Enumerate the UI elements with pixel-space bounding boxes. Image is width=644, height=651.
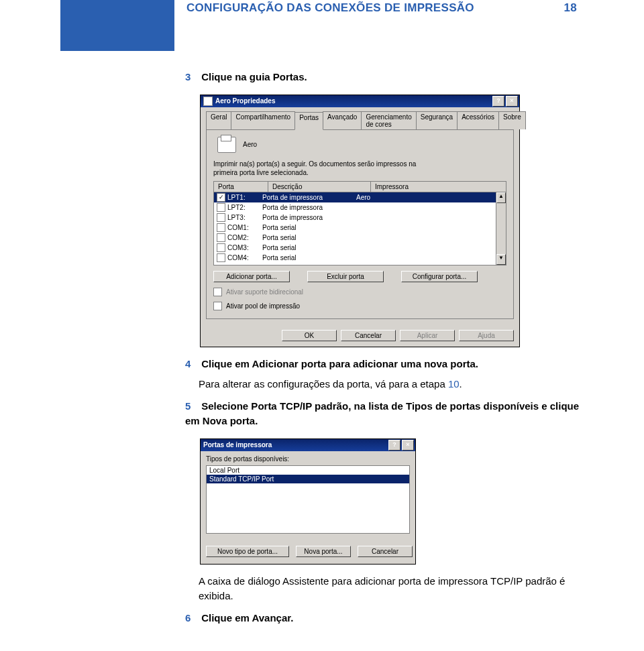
- port-checkbox[interactable]: [217, 223, 225, 232]
- port-checkbox[interactable]: ✓: [217, 193, 225, 202]
- configure-port-button[interactable]: Configurar porta...: [401, 271, 478, 282]
- scroll-down-icon[interactable]: ▼: [496, 254, 506, 265]
- tab-geral[interactable]: Geral: [206, 111, 231, 129]
- pool-option[interactable]: Ativar pool de impressão: [213, 302, 506, 310]
- list-item[interactable]: Local Port: [207, 466, 409, 475]
- help-titlebar-button[interactable]: ?: [492, 96, 504, 107]
- bidi-option: Ativar suporte bidirecional: [213, 288, 506, 296]
- printer-icon: [217, 137, 236, 153]
- page-header: CONFIGURAÇÃO DAS CONEXÕES DE IMPRESSÃO 1…: [60, 0, 584, 51]
- step-6: 6 Clique em Avançar.: [185, 611, 584, 626]
- step-3: 3 Clique na guia Portas.: [185, 70, 584, 85]
- dialog-footer: OK Cancelar Aplicar Ajuda: [201, 324, 519, 347]
- pool-checkbox[interactable]: [213, 302, 222, 310]
- col-header-descricao[interactable]: Descrição: [268, 182, 371, 192]
- tab-sobre[interactable]: Sobre: [498, 111, 526, 129]
- ports-table-body: ✓LPT1: Porta de impressora Aero LPT2: Po…: [214, 192, 506, 265]
- header-accent-box: [60, 0, 174, 51]
- printer-ports-dialog: Portas de impressora ? × Tipos de portas…: [200, 438, 416, 565]
- ports-dialog-title: Portas de impressora: [203, 441, 272, 449]
- list-item[interactable]: Standard TCP/IP Port: [207, 475, 409, 483]
- step-5-number: 5: [185, 399, 199, 414]
- new-port-button[interactable]: Nova porta...: [296, 546, 351, 557]
- add-port-button[interactable]: Adicionar porta...: [213, 271, 290, 282]
- table-row[interactable]: LPT2: Porta de impressora: [214, 202, 506, 213]
- port-checkbox[interactable]: [217, 213, 225, 222]
- ports-dialog-footer: Novo tipo de porta... Nova porta... Canc…: [201, 539, 415, 564]
- tab-panel-portas: Aero Imprimir na(s) porta(s) a seguir. O…: [206, 130, 514, 319]
- port-checkbox[interactable]: [217, 203, 225, 212]
- table-row[interactable]: COM4: Porta serial: [214, 253, 506, 263]
- apply-button[interactable]: Aplicar: [400, 330, 455, 341]
- port-types-label: Tipos de portas disponíveis:: [206, 455, 410, 463]
- help-titlebar-button[interactable]: ?: [388, 440, 400, 451]
- tab-gerenciamento-cores[interactable]: Gerenciamento de cores: [361, 111, 416, 129]
- port-types-list[interactable]: Local Port Standard TCP/IP Port: [206, 465, 410, 534]
- ports-cancel-button[interactable]: Cancelar: [358, 546, 413, 557]
- header-title-text: CONFIGURAÇÃO DAS CONEXÕES DE IMPRESSÃO: [186, 1, 474, 15]
- tab-compartilhamento[interactable]: Compartilhamento: [231, 111, 295, 129]
- table-row[interactable]: ✓LPT1: Porta de impressora Aero: [214, 192, 506, 202]
- step-5: 5 Selecione Porta TCP/IP padrão, na list…: [185, 399, 584, 429]
- ports-dialog-titlebar[interactable]: Portas de impressora ? ×: [201, 439, 415, 451]
- step-3-text: Clique na guia Portas.: [201, 71, 307, 82]
- scroll-up-icon[interactable]: ▲: [496, 192, 506, 203]
- step-4-text: Clique em Adicionar porta para adicionar…: [201, 358, 478, 369]
- dialog-titlebar[interactable]: Aero Propriedades ? ×: [201, 95, 519, 107]
- printer-properties-dialog: Aero Propriedades ? × Geral Compartilham…: [200, 95, 520, 347]
- col-header-porta[interactable]: Porta: [214, 182, 268, 192]
- ports-table: Porta Descrição Impressora ✓LPT1: Porta …: [213, 181, 506, 265]
- tab-avancado[interactable]: Avançado: [323, 111, 362, 129]
- step-6-text: Clique em Avançar.: [201, 612, 293, 624]
- page-number: 18: [564, 1, 577, 15]
- close-titlebar-button[interactable]: ×: [506, 96, 518, 107]
- new-port-type-button[interactable]: Novo tipo de porta...: [206, 546, 289, 557]
- table-row[interactable]: COM3: Porta serial: [214, 243, 506, 253]
- port-checkbox[interactable]: [217, 253, 225, 262]
- step-3-number: 3: [185, 70, 199, 85]
- step-4-number: 4: [185, 357, 199, 372]
- step-link-10[interactable]: 10: [448, 378, 460, 390]
- tab-portas[interactable]: Portas: [294, 112, 323, 130]
- cancel-button[interactable]: Cancelar: [341, 330, 396, 341]
- help-button[interactable]: Ajuda: [459, 330, 514, 341]
- dialog-title: Aero Propriedades: [215, 97, 275, 105]
- tab-acessorios[interactable]: Acessórios: [457, 111, 499, 129]
- app-icon: [203, 97, 213, 106]
- step-6-number: 6: [185, 611, 199, 626]
- step-5-note: A caixa de diálogo Assistente para adici…: [199, 574, 584, 604]
- ports-instruction: Imprimir na(s) porta(s) a seguir. Os doc…: [213, 160, 506, 177]
- bidi-checkbox: [213, 288, 222, 296]
- tab-seguranca[interactable]: Segurança: [416, 111, 458, 129]
- table-row[interactable]: LPT3: Porta de impressora: [214, 213, 506, 223]
- printer-name-label: Aero: [243, 141, 257, 148]
- tab-strip: Geral Compartilhamento Portas Avançado G…: [206, 111, 514, 130]
- table-row[interactable]: COM2: Porta serial: [214, 233, 506, 243]
- step-4: 4 Clique em Adicionar porta para adicion…: [185, 357, 584, 372]
- step-5-text: Selecione Porta TCP/IP padrão, na lista …: [185, 400, 579, 427]
- scrollbar[interactable]: ▲ ▼: [496, 192, 506, 265]
- close-titlebar-button[interactable]: ×: [402, 440, 414, 451]
- port-checkbox[interactable]: [217, 243, 225, 252]
- port-checkbox[interactable]: [217, 233, 225, 242]
- ok-button[interactable]: OK: [282, 330, 337, 341]
- table-row[interactable]: COM1: Porta serial: [214, 223, 506, 233]
- step-4-note: Para alterar as configurações da porta, …: [199, 377, 584, 392]
- ports-table-header: Porta Descrição Impressora: [214, 182, 506, 192]
- col-header-impressora[interactable]: Impressora: [371, 182, 506, 192]
- delete-port-button[interactable]: Excluir porta: [307, 271, 384, 282]
